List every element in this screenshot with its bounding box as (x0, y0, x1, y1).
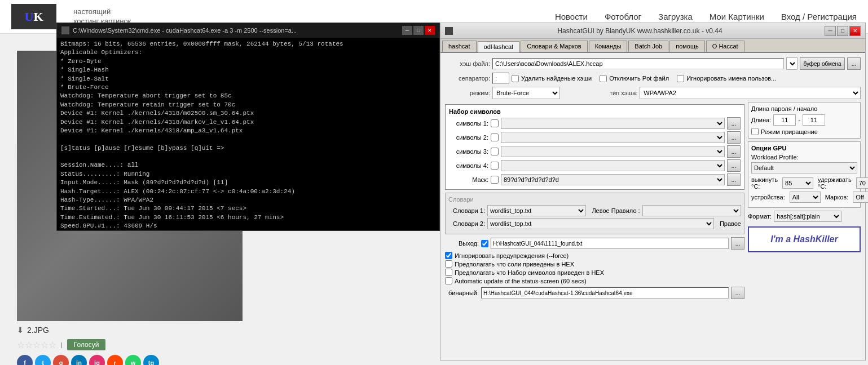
hash-type-select[interactable]: WPA/WPA2 (640, 87, 861, 99)
facebook-icon[interactable]: f (17, 355, 33, 365)
left-rule-select[interactable] (642, 205, 741, 216)
mode-select[interactable]: Brute-Force (492, 87, 560, 99)
instagram-icon[interactable]: ig (89, 355, 105, 365)
hashcat-maximize-button[interactable]: □ (837, 26, 848, 36)
binary-input[interactable] (481, 287, 729, 299)
cmd-line-9: Device #1: Kernel ./kernels/4318/markov_… (60, 118, 436, 127)
ignore-usernames-check[interactable]: Игнорировать имена пользов... (677, 75, 776, 82)
ignore-warnings-row: Игнорировать предупреждения (--force) (445, 252, 744, 259)
hashcat-close-button[interactable]: ✕ (849, 26, 861, 36)
separator-input[interactable] (492, 73, 509, 84)
disable-pot-check[interactable]: Отключить Pot файл (600, 75, 669, 82)
disable-pot-checkbox[interactable] (600, 75, 607, 82)
nav-upload[interactable]: Загрузка (658, 12, 693, 21)
symbol-4-btn[interactable]: ... (727, 159, 741, 172)
right-rule-label: Правое (720, 220, 741, 227)
symbol-3-checkbox[interactable] (491, 148, 499, 155)
hash-file-label: хэш файл: (445, 60, 490, 67)
whatsapp-icon[interactable]: w (125, 355, 141, 365)
output-input[interactable] (491, 238, 729, 249)
cmd-minimize-button[interactable]: ─ (402, 26, 412, 35)
tab-about[interactable]: О Насcat (706, 41, 744, 52)
wordlist-1-select[interactable]: wordlist_top.txt (487, 205, 586, 216)
symbol-2-btn[interactable]: ... (727, 131, 741, 144)
throw-c-select[interactable]: 85 (782, 177, 813, 189)
hash-file-input[interactable] (492, 58, 784, 69)
symbol-3-btn[interactable]: ... (727, 145, 741, 158)
length-to-input[interactable] (803, 114, 825, 126)
remove-found-checkbox[interactable] (512, 75, 519, 82)
hashcat-minimize-button[interactable]: ─ (825, 26, 836, 36)
retain-c-label: удерживать °C: (818, 176, 852, 190)
file-label: ⬇ 2.JPG (17, 326, 243, 335)
tab-wordlists[interactable]: Словари & Марков (521, 41, 588, 52)
length-title: Длина пароля / начало (751, 105, 857, 112)
symbol-2-checkbox[interactable] (491, 133, 499, 141)
format-row: Формат: hash[:salt]:plain (748, 211, 861, 222)
hash-file-browse-button[interactable]: ... (847, 57, 861, 70)
temp-row: выкинуть °C: 85 удерживать °C: 70 (751, 176, 857, 190)
hash-file-dropdown[interactable] (786, 57, 797, 70)
telegram-icon[interactable]: tg (143, 355, 159, 365)
tab-commands[interactable]: Команды (589, 41, 628, 52)
tab-hashcat[interactable]: hashcat (442, 41, 477, 52)
ignore-usernames-checkbox[interactable] (677, 75, 684, 82)
tab-odhashcat[interactable]: odHashcat (478, 41, 520, 52)
format-select[interactable]: hash[:salt]:plain (774, 211, 841, 222)
symbol-4-select[interactable] (501, 160, 725, 171)
output-checkbox[interactable] (481, 240, 488, 247)
tab-batchjob[interactable]: Batch Job (628, 41, 668, 52)
mask-btn[interactable]: ... (727, 173, 741, 186)
mask-select[interactable]: 89?d?d?d?d?d?d?d (501, 174, 725, 185)
assume-salts-checkbox[interactable] (445, 260, 452, 268)
left-column: Набор символов символы 1: ... символы 2:… (445, 102, 744, 299)
auto-update-label: Automatic update of the status-screen (6… (455, 278, 587, 284)
hashkiller-button[interactable]: I'm a HashKiller (748, 226, 861, 252)
symbol-4-label: символы 4: (449, 162, 488, 169)
nav-news[interactable]: Новости (555, 12, 588, 21)
symbol-2-select[interactable] (501, 132, 725, 143)
workload-select[interactable]: Default (751, 162, 857, 173)
site-nav: Новости Фотоблог Загрузка Мои Картинки В… (555, 12, 857, 21)
buffer-button[interactable]: буфер обмена (800, 57, 845, 70)
mask-row: Маск: 89?d?d?d?d?d?d?d ... (449, 173, 741, 186)
increment-checkbox[interactable] (751, 128, 759, 135)
vote-button[interactable]: Голосуй (67, 339, 106, 350)
separator-row: сепаратор: Удалить найденые хэши Отключи… (445, 73, 861, 84)
cmd-line-13 (60, 153, 436, 161)
cmd-close-button[interactable]: ✕ (425, 26, 435, 35)
nav-login[interactable]: Вход / Регистрация (781, 12, 857, 21)
tab-help[interactable]: помощь (669, 41, 705, 52)
google-icon[interactable]: g (53, 355, 69, 365)
increment-check[interactable]: Режим приращение (751, 128, 857, 135)
symbol-1-btn[interactable]: ... (727, 117, 741, 130)
auto-update-checkbox[interactable] (445, 277, 452, 284)
retain-c-select[interactable]: 70 (856, 177, 868, 189)
symbol-1-select[interactable] (501, 118, 725, 129)
increment-label: Режим приращение (761, 128, 818, 135)
output-browse-btn[interactable]: ... (731, 237, 744, 250)
wordlist-2-select[interactable]: wordlist_top.txt (487, 218, 714, 229)
checkboxes-section: Игнорировать предупреждения (--force) Пр… (445, 252, 744, 284)
symbol-row-3: символы 3: ... (449, 145, 741, 158)
hash-type-label: тип хэша: (610, 90, 637, 96)
symbol-4-checkbox[interactable] (491, 162, 499, 170)
devices-select[interactable]: All (790, 192, 821, 203)
binary-browse-btn[interactable]: ... (731, 287, 744, 299)
symbol-3-select[interactable] (501, 146, 725, 157)
assume-charset-checkbox[interactable] (445, 269, 452, 276)
markov-select[interactable]: Off (853, 192, 868, 203)
length-from-input[interactable] (773, 114, 796, 126)
cmd-maximize-button[interactable]: □ (413, 26, 424, 35)
twitter-icon[interactable]: t (35, 355, 51, 365)
symbol-1-checkbox[interactable] (491, 119, 499, 127)
ignore-warnings-checkbox[interactable] (445, 252, 452, 259)
mask-checkbox[interactable] (491, 176, 499, 184)
reddit-icon[interactable]: r (107, 355, 123, 365)
remove-found-check[interactable]: Удалить найденые хэши (512, 75, 592, 82)
linkedin-icon[interactable]: in (71, 355, 87, 365)
nav-photoblog[interactable]: Фотоблог (605, 12, 641, 21)
cmd-line-15: Status.........: Running (60, 170, 436, 179)
nav-my-pics[interactable]: Мои Картинки (710, 12, 764, 21)
mask-label: Маск: (449, 176, 488, 183)
